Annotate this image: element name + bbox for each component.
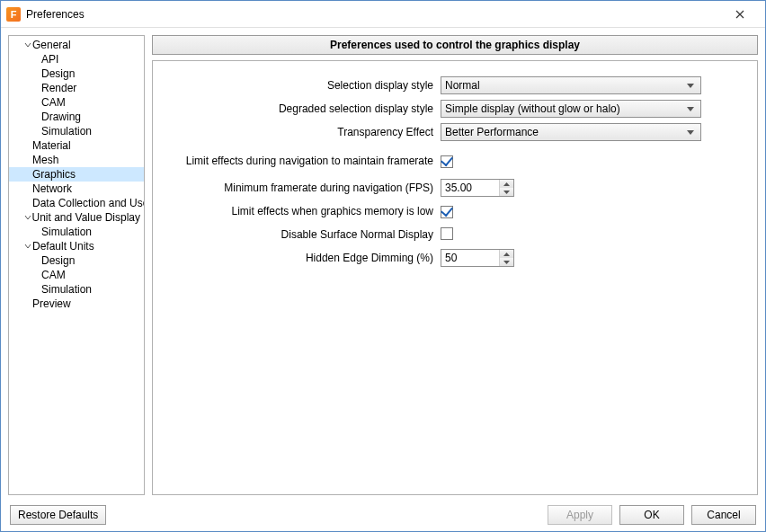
tree-label: Render [41, 82, 76, 94]
tree-item-design[interactable]: Design [9, 66, 144, 81]
tree-label: Material [32, 139, 71, 152]
tree-label: Design [41, 254, 75, 267]
tree-item-general[interactable]: General [9, 38, 144, 52]
tree-label: Unit and Value Display [31, 211, 140, 224]
spinner-up-button[interactable] [500, 250, 513, 258]
tree-item-material[interactable]: Material [9, 138, 144, 153]
select-value: Better Performance [445, 126, 684, 138]
row-disable-normal: Disable Surface Normal Display [162, 223, 730, 246]
tree-item-mesh[interactable]: Mesh [9, 153, 144, 167]
label-min-fps: Minimum framerate during navigation (FPS… [162, 182, 441, 194]
cancel-button[interactable]: Cancel [691, 505, 756, 525]
sidebar: General API Design Render CAM Drawing Si… [8, 35, 145, 495]
row-hidden-edge: Hidden Edge Dimming (%) 50 [162, 246, 730, 270]
spinner-value: 50 [441, 250, 499, 266]
checkbox-disable-normal[interactable] [441, 227, 453, 240]
spinner-hidden-edge[interactable]: 50 [441, 249, 514, 267]
tree-item-drawing[interactable]: Drawing [9, 110, 144, 124]
tree-label: API [41, 53, 58, 66]
select-degraded-style[interactable]: Simple display (without glow or halo) [441, 100, 701, 118]
select-transparency[interactable]: Better Performance [441, 123, 701, 141]
chevron-down-icon [684, 107, 697, 111]
row-degraded-style: Degraded selection display style Simple … [162, 97, 730, 120]
chevron-down-icon [23, 41, 32, 49]
tree-item-du-simulation[interactable]: Simulation [9, 282, 144, 297]
tree-label: Drawing [41, 111, 81, 123]
content: General API Design Render CAM Drawing Si… [1, 28, 765, 499]
select-selection-style[interactable]: Normal [441, 76, 701, 94]
label-limit-mem: Limit effects when graphics memory is lo… [162, 205, 441, 217]
close-button[interactable] [722, 2, 758, 27]
tree-label: Simulation [41, 226, 92, 238]
tree-item-data-collection[interactable]: Data Collection and Use [9, 196, 144, 210]
apply-button[interactable]: Apply [548, 505, 612, 525]
label-selection-style: Selection display style [162, 79, 441, 92]
label-limit-nav: Limit effects during navigation to maint… [162, 155, 441, 167]
tree-label: Network [32, 182, 72, 195]
chevron-down-icon [23, 243, 32, 250]
window-title: Preferences [26, 8, 722, 21]
footer: Restore Defaults Apply OK Cancel [1, 499, 765, 531]
tree-label: Design [41, 67, 75, 80]
row-limit-mem: Limit effects when graphics memory is lo… [162, 200, 730, 223]
app-icon: F [6, 7, 21, 22]
spinner-min-fps[interactable]: 35.00 [441, 179, 514, 197]
row-transparency: Transparency Effect Better Performance [162, 120, 730, 144]
row-limit-nav: Limit effects during navigation to maint… [162, 149, 730, 173]
settings-panel: Selection display style Normal Degraded … [152, 60, 758, 495]
tree-label: Default Units [32, 240, 94, 253]
label-disable-normal: Disable Surface Normal Display [162, 228, 441, 241]
spinner-value: 35.00 [441, 180, 499, 196]
tree-item-cam[interactable]: CAM [9, 95, 144, 110]
tree-item-render[interactable]: Render [9, 81, 144, 95]
label-degraded-style: Degraded selection display style [162, 102, 441, 115]
chevron-down-icon [684, 130, 697, 135]
tree-item-preview[interactable]: Preview [9, 297, 144, 311]
tree-label: Preview [32, 297, 71, 310]
tree-label: Mesh [32, 154, 58, 166]
tree-label: CAM [41, 269, 66, 281]
label-hidden-edge: Hidden Edge Dimming (%) [162, 252, 441, 264]
spinner-down-button[interactable] [500, 258, 513, 266]
row-min-fps: Minimum framerate during navigation (FPS… [162, 176, 730, 200]
tree-item-network[interactable]: Network [9, 182, 144, 196]
tree-item-uvd-simulation[interactable]: Simulation [9, 225, 144, 239]
tree-label: Data Collection and Use [32, 197, 145, 209]
select-value: Normal [445, 79, 684, 92]
spinner-up-button[interactable] [500, 180, 513, 188]
tree-label: Graphics [32, 168, 76, 181]
tree-item-default-units[interactable]: Default Units [9, 239, 144, 253]
tree-item-unit-value-display[interactable]: Unit and Value Display [9, 210, 144, 225]
chevron-down-icon [684, 84, 697, 88]
checkbox-limit-mem[interactable] [441, 206, 453, 218]
titlebar: F Preferences [1, 1, 765, 28]
tree-label: CAM [41, 96, 66, 109]
tree-item-graphics[interactable]: Graphics [9, 167, 144, 182]
tree-label: General [32, 39, 71, 51]
tree-item-du-design[interactable]: Design [9, 253, 144, 268]
main-panel: Preferences used to control the graphics… [152, 35, 758, 495]
tree-label: Simulation [41, 125, 92, 137]
select-value: Simple display (without glow or halo) [445, 102, 684, 115]
panel-header: Preferences used to control the graphics… [152, 35, 758, 55]
tree-label: Simulation [41, 283, 92, 296]
tree-item-du-cam[interactable]: CAM [9, 268, 144, 282]
checkbox-limit-nav[interactable] [441, 155, 453, 168]
ok-button[interactable]: OK [619, 505, 684, 525]
tree-item-simulation[interactable]: Simulation [9, 124, 144, 138]
row-selection-style: Selection display style Normal [162, 74, 730, 97]
spinner-down-button[interactable] [500, 188, 513, 196]
chevron-down-icon [23, 214, 31, 221]
restore-defaults-button[interactable]: Restore Defaults [10, 505, 106, 525]
tree-item-api[interactable]: API [9, 52, 144, 66]
close-icon [735, 10, 744, 19]
label-transparency: Transparency Effect [162, 126, 441, 138]
